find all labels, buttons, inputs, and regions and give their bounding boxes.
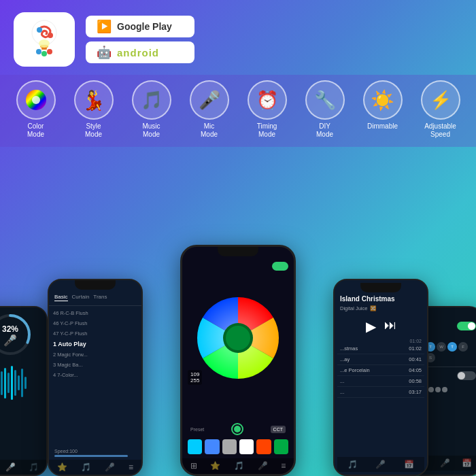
list-item[interactable]: 46 Y-C-P Flush xyxy=(53,319,137,328)
on-toggle-pill[interactable] xyxy=(457,322,476,330)
mode-diy[interactable]: 🔧 DIYMode xyxy=(305,80,345,139)
svg-point-2 xyxy=(48,33,53,38)
nav-music-r1[interactable]: 🎵 xyxy=(347,460,358,469)
phone-notch-left1 xyxy=(75,280,116,290)
nav-mic-r1[interactable]: 🎤 xyxy=(375,460,386,469)
preset-row-label: Preset CCT xyxy=(188,423,288,435)
left1-bottom-nav: ⭐ 🎵 🎤 ≡ xyxy=(49,460,141,475)
day-F[interactable]: F xyxy=(458,342,468,352)
color-blue[interactable] xyxy=(205,439,219,454)
left2-bottom-nav: ⭐ 🎤 🎵 xyxy=(0,460,46,475)
mode-mic[interactable]: 🎤 MicMode xyxy=(190,80,229,139)
nav-grid[interactable]: ⊞ xyxy=(190,461,197,471)
list-item[interactable]: 47 Y-C-P Flush xyxy=(53,329,137,338)
nav-schedule[interactable]: 📅 xyxy=(404,460,414,469)
nav-music-c[interactable]: 🎵 xyxy=(234,461,244,471)
svg-point-10 xyxy=(32,96,40,104)
svg-point-5 xyxy=(36,49,41,54)
playlist-item[interactable]: ...e Porcelain04:05 xyxy=(337,365,424,376)
preset-circle[interactable] xyxy=(231,423,243,435)
playlist-item[interactable]: ...00:58 xyxy=(337,376,424,387)
speed-bar: Speed:100 xyxy=(49,446,141,460)
nav-mic-l1[interactable]: 🎤 xyxy=(105,462,115,472)
color-green[interactable] xyxy=(274,439,288,454)
timing-mode-icon: ⏰ xyxy=(248,80,287,120)
nav-mic-r2[interactable]: 🎤 xyxy=(440,458,450,468)
power-toggle[interactable] xyxy=(272,262,288,271)
playlist-item[interactable]: ...03:17 xyxy=(337,387,424,398)
mode-music[interactable]: 🎵 MusicMode xyxy=(132,80,171,139)
song-title: Island Christmas xyxy=(337,292,424,305)
phone-list-tabs: Basic Curtain Trans xyxy=(49,290,141,306)
list-item-highlight[interactable]: 1 Auto Play xyxy=(53,339,137,349)
phone-playlist-content: Island Christmas Digital Juice 🔀 ▶ ⏭ 01:… xyxy=(335,280,427,475)
color-red[interactable] xyxy=(256,439,271,454)
phone-list: Basic Curtain Trans 46 R-C-B Flush 46 Y-… xyxy=(48,279,143,476)
tab-trans[interactable]: Trans xyxy=(93,294,107,301)
color-values: 109 255 xyxy=(188,370,202,385)
style-mode-icon: 💃 xyxy=(74,80,114,120)
google-play-icon: ▶️ xyxy=(97,19,112,34)
list-item[interactable]: 4 7-Color... xyxy=(53,371,137,379)
playlist-item[interactable]: ...ay00:41 xyxy=(337,354,424,365)
skip-button[interactable]: ⏭ xyxy=(384,318,396,335)
speed-icon: ⚡ xyxy=(421,80,460,120)
diy-mode-label: DIYMode xyxy=(316,122,333,139)
nav-style-l1[interactable]: ⭐ xyxy=(57,462,67,472)
nav-more-c[interactable]: ≡ xyxy=(281,461,286,471)
phone-notch-center xyxy=(218,247,258,256)
nav-music[interactable]: 🎵 xyxy=(29,462,39,472)
phone-playlist: Island Christmas Digital Juice 🔀 ▶ ⏭ 01:… xyxy=(333,279,428,476)
phone-list-items: 46 R-C-B Flush 46 Y-C-P Flush 47 Y-C-P F… xyxy=(49,306,141,446)
top-section: ▶️ Google Play 🤖 ANDROID xyxy=(0,0,476,75)
center-bottom-nav: ⊞ ⭐ 🎵 🎤 ≡ xyxy=(182,458,294,474)
player-controls: ▶ ⏭ xyxy=(337,314,424,339)
list-item[interactable]: 46 R-C-B Flush xyxy=(53,309,137,318)
mode-color[interactable]: ColorMode xyxy=(16,80,56,139)
nav-mic[interactable]: 🎤 xyxy=(5,462,16,472)
tab-basic[interactable]: Basic xyxy=(54,294,68,301)
color-squares-row xyxy=(188,439,288,454)
dot xyxy=(442,387,447,392)
playlist-item[interactable]: ...stmas01:02 xyxy=(337,343,424,354)
list-item[interactable]: 3 Magic Ba... xyxy=(53,360,137,369)
artist-name: Digital Juice xyxy=(340,305,367,311)
mode-style[interactable]: 💃 StyleMode xyxy=(74,80,114,139)
svg-point-8 xyxy=(39,39,50,48)
google-play-badge[interactable]: ▶️ Google Play xyxy=(86,16,194,37)
nav-more-l1[interactable]: ≡ xyxy=(129,462,133,472)
cct-badge[interactable]: CCT xyxy=(271,426,286,433)
nav-sched-r2[interactable]: 📅 xyxy=(462,458,472,468)
svg-point-7 xyxy=(47,49,52,54)
speed-value: Speed:100 xyxy=(54,449,136,454)
android-badge[interactable]: 🤖 ANDROID xyxy=(86,41,194,63)
color-wheel-svg xyxy=(194,294,282,382)
phone-list-content: Basic Curtain Trans 46 R-C-B Flush 46 Y-… xyxy=(49,280,141,475)
day-Th[interactable]: T xyxy=(447,342,457,352)
color-white[interactable] xyxy=(239,439,254,454)
day-W[interactable]: W xyxy=(437,342,446,352)
off-toggle-pill[interactable] xyxy=(457,371,476,380)
svg-point-15 xyxy=(226,326,250,350)
svg-point-6 xyxy=(41,51,47,56)
phone-center-content: 109 255 Preset CCT xyxy=(182,247,294,474)
nav-mic-c[interactable]: 🎤 xyxy=(258,461,268,471)
shuffle-icon[interactable]: 🔀 xyxy=(370,305,376,311)
list-item[interactable]: 2 Magic Forw... xyxy=(53,350,137,359)
mode-timing[interactable]: ⏰ TimingMode xyxy=(248,80,287,139)
color-cyan[interactable] xyxy=(188,439,202,454)
mode-speed[interactable]: ⚡ AdjustableSpeed xyxy=(421,80,460,139)
play-button[interactable]: ▶ xyxy=(366,318,376,335)
nav-style-c[interactable]: ⭐ xyxy=(210,461,220,471)
google-play-label: Google Play xyxy=(117,21,172,32)
nav-music-l1[interactable]: 🎵 xyxy=(81,462,91,472)
mic-percent: 32% xyxy=(2,324,18,333)
tab-curtain[interactable]: Curtain xyxy=(72,294,90,301)
phone-bottom-colors: Preset CCT xyxy=(182,419,294,458)
color-wheel-area[interactable]: 109 255 xyxy=(182,256,294,419)
dimmable-label: Dimmable xyxy=(367,122,398,131)
app-logo xyxy=(14,12,75,67)
waveform xyxy=(0,362,43,403)
mode-dimmable[interactable]: ☀️ Dimmable xyxy=(363,80,403,131)
color-gray[interactable] xyxy=(222,439,237,454)
